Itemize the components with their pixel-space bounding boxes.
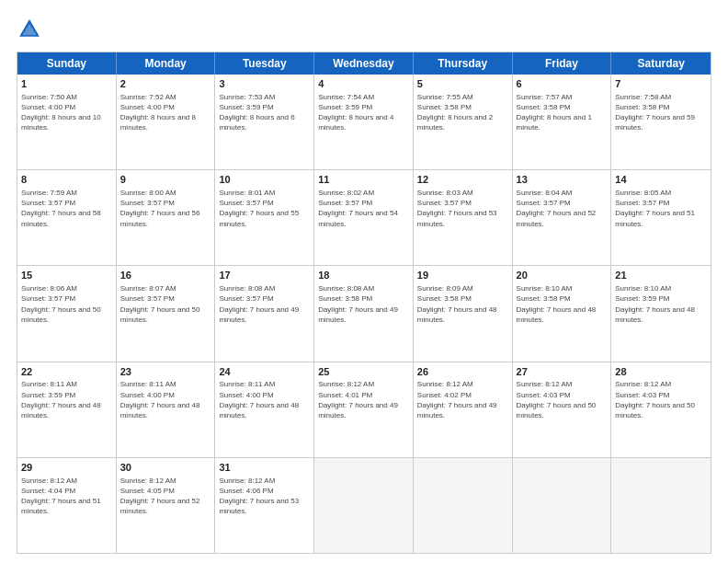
calendar-row: 1 Sunrise: 7:50 AMSunset: 4:00 PMDayligh… (17, 75, 711, 169)
day-number: 14 (615, 173, 707, 187)
calendar-cell: 9 Sunrise: 8:00 AMSunset: 3:57 PMDayligh… (117, 170, 216, 265)
day-number: 10 (219, 173, 310, 187)
calendar-cell: 4 Sunrise: 7:54 AMSunset: 3:59 PMDayligh… (314, 75, 414, 169)
calendar-row: 8 Sunrise: 7:59 AMSunset: 3:57 PMDayligh… (17, 169, 711, 265)
calendar-cell: 13 Sunrise: 8:04 AMSunset: 3:57 PMDaylig… (513, 170, 612, 265)
cell-info: Sunrise: 8:11 AMSunset: 4:00 PMDaylight:… (120, 379, 211, 420)
day-number: 7 (615, 77, 707, 91)
calendar-header: SundayMondayTuesdayWednesdayThursdayFrid… (17, 52, 711, 75)
weekday-header: Saturday (611, 52, 711, 75)
logo-icon (17, 17, 42, 42)
calendar-cell: 31 Sunrise: 8:12 AMSunset: 4:06 PMDaylig… (215, 458, 314, 553)
calendar-cell: 2 Sunrise: 7:52 AMSunset: 4:00 PMDayligh… (117, 75, 216, 169)
cell-info: Sunrise: 7:57 AMSunset: 3:58 PMDaylight:… (517, 92, 608, 133)
calendar-cell (314, 458, 414, 553)
day-number: 4 (318, 77, 409, 91)
calendar-cell: 15 Sunrise: 8:06 AMSunset: 3:57 PMDaylig… (17, 266, 117, 361)
cell-info: Sunrise: 8:12 AMSunset: 4:06 PMDaylight:… (219, 476, 310, 517)
calendar-cell: 23 Sunrise: 8:11 AMSunset: 4:00 PMDaylig… (117, 362, 216, 457)
cell-info: Sunrise: 7:50 AMSunset: 4:00 PMDaylight:… (21, 92, 112, 133)
weekday-header: Thursday (414, 52, 513, 75)
calendar-cell: 16 Sunrise: 8:07 AMSunset: 3:57 PMDaylig… (117, 266, 216, 361)
cell-info: Sunrise: 8:05 AMSunset: 3:57 PMDaylight:… (615, 188, 707, 229)
day-number: 13 (517, 173, 608, 187)
weekday-header: Sunday (17, 52, 117, 75)
calendar-row: 22 Sunrise: 8:11 AMSunset: 3:59 PMDaylig… (17, 362, 711, 457)
cell-info: Sunrise: 7:53 AMSunset: 3:59 PMDaylight:… (219, 92, 310, 133)
cell-info: Sunrise: 8:09 AMSunset: 3:58 PMDaylight:… (417, 283, 508, 325)
weekday-header: Wednesday (314, 52, 414, 75)
day-number: 3 (219, 77, 310, 91)
calendar-cell: 24 Sunrise: 8:11 AMSunset: 4:00 PMDaylig… (215, 362, 314, 457)
cell-info: Sunrise: 8:04 AMSunset: 3:57 PMDaylight:… (517, 188, 608, 229)
day-number: 9 (120, 173, 211, 187)
cell-info: Sunrise: 7:59 AMSunset: 3:57 PMDaylight:… (21, 188, 112, 229)
day-number: 30 (120, 461, 211, 475)
cell-info: Sunrise: 7:54 AMSunset: 3:59 PMDaylight:… (318, 92, 409, 133)
day-number: 28 (615, 365, 707, 379)
calendar-cell (611, 458, 711, 553)
day-number: 27 (517, 365, 608, 379)
day-number: 29 (21, 461, 112, 475)
calendar-row: 29 Sunrise: 8:12 AMSunset: 4:04 PMDaylig… (17, 457, 711, 553)
cell-info: Sunrise: 8:00 AMSunset: 3:57 PMDaylight:… (120, 188, 211, 229)
cell-info: Sunrise: 8:06 AMSunset: 3:57 PMDaylight:… (21, 283, 112, 325)
calendar-row: 15 Sunrise: 8:06 AMSunset: 3:57 PMDaylig… (17, 265, 711, 361)
day-number: 19 (417, 269, 508, 282)
cell-info: Sunrise: 8:08 AMSunset: 3:58 PMDaylight:… (318, 283, 409, 325)
calendar-cell: 20 Sunrise: 8:10 AMSunset: 3:58 PMDaylig… (513, 266, 612, 361)
day-number: 26 (417, 365, 508, 379)
day-number: 25 (318, 365, 409, 379)
day-number: 18 (318, 269, 409, 282)
calendar-cell: 11 Sunrise: 8:02 AMSunset: 3:57 PMDaylig… (314, 170, 414, 265)
cell-info: Sunrise: 8:11 AMSunset: 3:59 PMDaylight:… (21, 379, 112, 420)
cell-info: Sunrise: 7:55 AMSunset: 3:58 PMDaylight:… (417, 92, 508, 133)
calendar-cell: 10 Sunrise: 8:01 AMSunset: 3:57 PMDaylig… (215, 170, 314, 265)
calendar-cell (513, 458, 612, 553)
calendar-cell (414, 458, 513, 553)
calendar-cell: 19 Sunrise: 8:09 AMSunset: 3:58 PMDaylig… (414, 266, 513, 361)
day-number: 16 (120, 269, 211, 282)
weekday-header: Tuesday (215, 52, 314, 75)
day-number: 22 (21, 365, 112, 379)
cell-info: Sunrise: 8:12 AMSunset: 4:04 PMDaylight:… (21, 476, 112, 517)
calendar-cell: 1 Sunrise: 7:50 AMSunset: 4:00 PMDayligh… (17, 75, 117, 169)
calendar-body: 1 Sunrise: 7:50 AMSunset: 4:00 PMDayligh… (17, 75, 711, 553)
day-number: 5 (417, 77, 508, 91)
logo (17, 17, 46, 42)
calendar-cell: 21 Sunrise: 8:10 AMSunset: 3:59 PMDaylig… (611, 266, 711, 361)
cell-info: Sunrise: 8:01 AMSunset: 3:57 PMDaylight:… (219, 188, 310, 229)
day-number: 6 (517, 77, 608, 91)
day-number: 23 (120, 365, 211, 379)
calendar-cell: 5 Sunrise: 7:55 AMSunset: 3:58 PMDayligh… (414, 75, 513, 169)
day-number: 2 (120, 77, 211, 91)
day-number: 11 (318, 173, 409, 187)
day-number: 24 (219, 365, 310, 379)
calendar-cell: 22 Sunrise: 8:11 AMSunset: 3:59 PMDaylig… (17, 362, 117, 457)
calendar-cell: 28 Sunrise: 8:12 AMSunset: 4:03 PMDaylig… (611, 362, 711, 457)
day-number: 12 (417, 173, 508, 187)
weekday-header: Monday (117, 52, 216, 75)
calendar-cell: 17 Sunrise: 8:08 AMSunset: 3:57 PMDaylig… (215, 266, 314, 361)
page: SundayMondayTuesdayWednesdayThursdayFrid… (0, 0, 728, 563)
calendar: SundayMondayTuesdayWednesdayThursdayFrid… (17, 52, 711, 554)
calendar-cell: 29 Sunrise: 8:12 AMSunset: 4:04 PMDaylig… (17, 458, 117, 553)
cell-info: Sunrise: 7:52 AMSunset: 4:00 PMDaylight:… (120, 92, 211, 133)
calendar-cell: 14 Sunrise: 8:05 AMSunset: 3:57 PMDaylig… (611, 170, 711, 265)
day-number: 15 (21, 269, 112, 282)
calendar-cell: 18 Sunrise: 8:08 AMSunset: 3:58 PMDaylig… (314, 266, 414, 361)
day-number: 1 (21, 77, 112, 91)
cell-info: Sunrise: 8:08 AMSunset: 3:57 PMDaylight:… (219, 283, 310, 325)
calendar-cell: 27 Sunrise: 8:12 AMSunset: 4:03 PMDaylig… (513, 362, 612, 457)
cell-info: Sunrise: 8:12 AMSunset: 4:03 PMDaylight:… (517, 379, 608, 420)
cell-info: Sunrise: 8:03 AMSunset: 3:57 PMDaylight:… (417, 188, 508, 229)
weekday-header: Friday (513, 52, 612, 75)
cell-info: Sunrise: 8:02 AMSunset: 3:57 PMDaylight:… (318, 188, 409, 229)
calendar-cell: 30 Sunrise: 8:12 AMSunset: 4:05 PMDaylig… (117, 458, 216, 553)
calendar-cell: 26 Sunrise: 8:12 AMSunset: 4:02 PMDaylig… (414, 362, 513, 457)
cell-info: Sunrise: 8:12 AMSunset: 4:01 PMDaylight:… (318, 379, 409, 420)
calendar-cell: 3 Sunrise: 7:53 AMSunset: 3:59 PMDayligh… (215, 75, 314, 169)
cell-info: Sunrise: 8:07 AMSunset: 3:57 PMDaylight:… (120, 283, 211, 325)
calendar-cell: 6 Sunrise: 7:57 AMSunset: 3:58 PMDayligh… (513, 75, 612, 169)
calendar-cell: 8 Sunrise: 7:59 AMSunset: 3:57 PMDayligh… (17, 170, 117, 265)
